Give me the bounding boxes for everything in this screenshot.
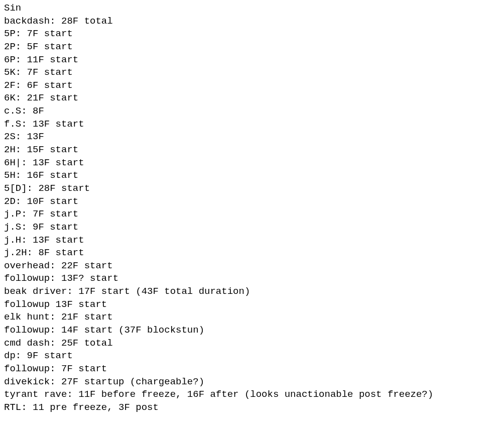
text-line: 2S: 13F: [4, 131, 500, 144]
text-line: j.H: 13F start: [4, 234, 500, 247]
text-line: beak driver: 17F start (43F total durati…: [4, 285, 500, 298]
text-line: followup: 7F start: [4, 363, 500, 376]
text-line: j.S: 9F start: [4, 221, 500, 234]
text-line: divekick: 27F startup (chargeable?): [4, 376, 500, 389]
text-line: followup: 14F start (37F blockstun): [4, 324, 500, 337]
text-line: 2P: 5F start: [4, 41, 500, 54]
text-line: 6K: 21F start: [4, 92, 500, 105]
text-line: tyrant rave: 11F before freeze, 16F afte…: [4, 388, 500, 401]
text-line: dp: 9F start: [4, 350, 500, 363]
frame-data-document: Sin backdash: 28F total 5P: 7F start 2P:…: [4, 2, 500, 414]
text-line: followup 13F start: [4, 298, 500, 311]
text-line: Sin: [4, 2, 500, 15]
text-line: f.S: 13F start: [4, 118, 500, 131]
text-line: 2F: 6F start: [4, 79, 500, 92]
text-line: 2D: 10F start: [4, 195, 500, 208]
text-line: 2H: 15F start: [4, 144, 500, 157]
text-line: j.P: 7F start: [4, 208, 500, 221]
text-line: RTL: 11 pre freeze, 3F post: [4, 401, 500, 414]
text-line: 5K: 7F start: [4, 66, 500, 79]
text-line: c.S: 8F: [4, 105, 500, 118]
text-line: overhead: 22F start: [4, 260, 500, 273]
text-line: 6H|: 13F start: [4, 157, 500, 170]
text-line: cmd dash: 25F total: [4, 337, 500, 350]
text-line: followup: 13F? start: [4, 272, 500, 285]
text-line: elk hunt: 21F start: [4, 311, 500, 324]
text-line: j.2H: 8F start: [4, 247, 500, 260]
text-line: 5P: 7F start: [4, 28, 500, 41]
text-line: 5[D]: 28F start: [4, 182, 500, 195]
text-line: 5H: 16F start: [4, 169, 500, 182]
text-line: backdash: 28F total: [4, 15, 500, 28]
text-line: 6P: 11F start: [4, 54, 500, 67]
